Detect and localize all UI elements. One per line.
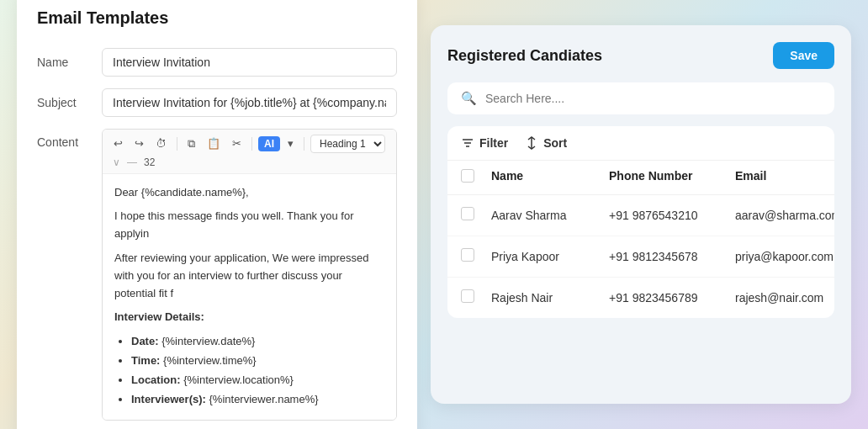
candidates-table: Name Phone Number Email Aarav Sharma +91… [447, 161, 834, 318]
separator-1 [177, 137, 177, 151]
row-checkbox-3[interactable] [461, 289, 474, 303]
separator-2 [251, 137, 252, 151]
select-all-checkbox[interactable] [461, 169, 474, 183]
bullet-interviewer: Interviewer(s): {%interviewer.name%} [131, 391, 384, 409]
right-panel-title: Registered Candiates [447, 47, 602, 65]
details-list: Date: {%interview.date%} Time: {%intervi… [114, 333, 384, 408]
search-icon: 🔍 [461, 91, 477, 106]
table-row: Aarav Sharma +91 9876543210 aarav@sharma… [447, 195, 834, 236]
right-panel-header: Registered Candiates Save [447, 42, 834, 69]
name-label: Name [37, 56, 92, 69]
location-value: {%interview.location%} [183, 373, 294, 386]
header-checkbox-cell [461, 169, 491, 186]
content-row: Content ↩ ↪ ⏱ ⧉ 📋 ✂ AI ▾ Heading 1 ∨ — 3… [37, 129, 397, 421]
candidate-phone-3: +91 9823456789 [609, 291, 735, 305]
table-row: Rajesh Nair +91 9823456789 rajesh@nair.c… [447, 278, 834, 318]
row-checkbox-cell [461, 207, 491, 224]
candidate-name-2: Priya Kapoor [491, 250, 609, 263]
filter-sort-bar: Filter Sort [447, 126, 834, 161]
subject-row: Subject [37, 88, 397, 117]
subject-label: Subject [37, 96, 92, 109]
paste-button[interactable]: 📋 [203, 135, 225, 152]
candidate-email-1: aarav@sharma.com [735, 209, 834, 222]
undo-button[interactable]: ↩ [109, 135, 127, 152]
editor-toolbar: ↩ ↪ ⏱ ⧉ 📋 ✂ AI ▾ Heading 1 ∨ — 32 [103, 130, 396, 174]
search-bar: 🔍 [447, 82, 834, 114]
name-row: Name [37, 48, 397, 77]
heading-select[interactable]: Heading 1 [310, 135, 385, 153]
redo-button[interactable]: ↪ [130, 135, 148, 152]
row-checkbox-2[interactable] [461, 248, 474, 262]
filter-button[interactable]: Filter [461, 136, 508, 150]
copy-button[interactable]: ⧉ [183, 135, 199, 153]
editor-content[interactable]: Dear {%candidate.name%}, I hope this mes… [103, 174, 396, 421]
line1-text: I hope this message finds you well. Than… [114, 208, 384, 243]
chevron-icon: ∨ [113, 156, 120, 168]
ai-button[interactable]: AI [258, 136, 280, 151]
email-templates-panel: Email Templates Name Subject Content ↩ ↪… [17, 0, 417, 429]
sort-button[interactable]: Sort [525, 136, 567, 150]
candidate-email-2: priya@kapoor.com [735, 250, 834, 263]
left-panel-title: Email Templates [37, 8, 397, 28]
search-input[interactable] [485, 92, 821, 105]
editor-wrapper: ↩ ↪ ⏱ ⧉ 📋 ✂ AI ▾ Heading 1 ∨ — 32 Dear {… [102, 129, 397, 421]
header-email: Email [735, 169, 821, 186]
cut-button[interactable]: ✂ [228, 135, 246, 152]
bullet-location: Location: {%interview.location%} [131, 372, 384, 389]
save-button[interactable]: Save [773, 42, 834, 69]
candidate-name-1: Aarav Sharma [491, 209, 609, 222]
bullet-time: Time: {%interview.time%} [131, 352, 384, 370]
header-name: Name [491, 169, 609, 186]
font-size-display: 32 [144, 156, 155, 168]
candidate-phone-2: +91 9812345678 [609, 250, 735, 263]
greeting-text: Dear {%candidate.name%}, [114, 184, 384, 202]
interviewer-value: {%interviewer.name%} [209, 393, 319, 405]
sort-icon [525, 136, 538, 150]
header-phone: Phone Number [609, 169, 735, 186]
details-heading: Interview Details: [114, 309, 384, 326]
separator-3 [304, 137, 304, 151]
table-header-row: Name Phone Number Email [447, 161, 834, 195]
time-value: {%interview.time%} [163, 354, 257, 367]
candidate-email-3: rajesh@nair.com [735, 291, 823, 305]
history-button[interactable]: ⏱ [151, 135, 171, 152]
ai-dropdown-button[interactable]: ▾ [283, 135, 298, 152]
candidate-name-3: Rajesh Nair [491, 291, 609, 305]
content-label: Content [37, 129, 92, 149]
row-checkbox-1[interactable] [461, 207, 474, 220]
row-checkbox-cell [461, 289, 491, 306]
bullet-date: Date: {%interview.date%} [131, 333, 384, 351]
table-row: Priya Kapoor +91 9812345678 priya@kapoor… [447, 236, 834, 278]
row-checkbox-cell [461, 248, 491, 265]
subject-input[interactable] [102, 88, 397, 117]
registered-candidates-panel: Registered Candiates Save 🔍 Filter [431, 25, 851, 404]
date-value: {%interview.date%} [161, 335, 255, 347]
minus-icon: — [127, 156, 137, 168]
filter-icon [461, 136, 474, 150]
candidate-phone-1: +91 9876543210 [609, 209, 735, 222]
candidates-table-container: Filter Sort Name Phone Number Email [447, 126, 834, 318]
line2-text: After reviewing your application, We wer… [114, 250, 384, 302]
name-input[interactable] [102, 48, 397, 77]
